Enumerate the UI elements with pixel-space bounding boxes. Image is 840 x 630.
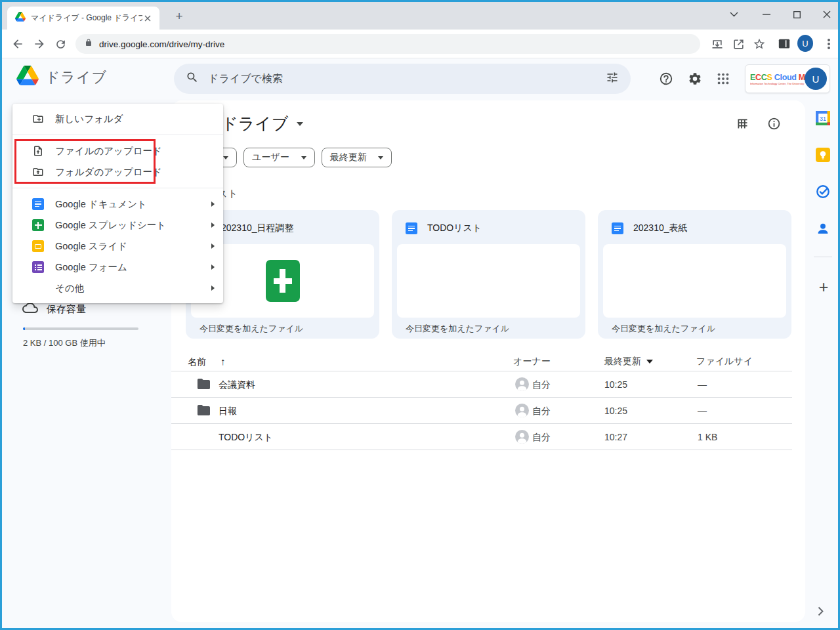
cloud-icon <box>22 301 39 317</box>
browser-toolbar: drive.google.com/drive/my-drive U <box>2 30 838 58</box>
forward-button[interactable] <box>31 35 48 52</box>
calendar-app-icon[interactable]: 31 <box>816 111 830 125</box>
browser-window: マイドライブ - Google ドライブ + <box>0 0 840 630</box>
file-preview <box>603 244 786 318</box>
search-options-tune-icon[interactable] <box>606 71 619 87</box>
window-minimize-button[interactable] <box>755 5 778 24</box>
bookmark-star-icon[interactable] <box>751 36 767 52</box>
sort-descending-icon <box>646 360 653 364</box>
docs-file-icon <box>406 222 417 234</box>
docs-file-icon <box>612 222 623 234</box>
account-badge[interactable]: ECCS Cloud Mail Information Technology C… <box>745 64 830 93</box>
drive-favicon-icon <box>15 12 26 24</box>
contacts-app-icon[interactable] <box>816 221 830 236</box>
svg-text:31: 31 <box>820 116 826 122</box>
storage-progress-bar <box>23 327 138 330</box>
column-header-size: ファイルサイ <box>696 356 753 368</box>
browser-tab[interactable]: マイドライブ - Google ドライブ <box>7 7 159 30</box>
sort-ascending-icon: ↑ <box>220 356 226 367</box>
back-button[interactable] <box>9 35 26 52</box>
new-menu-popup: 新しいフォルダ ファイルのアップロード フォルダのアップロード Google ド… <box>12 104 223 303</box>
search-icon <box>186 71 199 87</box>
rail-divider <box>814 257 832 257</box>
url-bar[interactable]: drive.google.com/drive/my-drive <box>75 34 700 54</box>
eccs-logo-subtext: Information Technology Center, The Unive… <box>750 82 805 85</box>
title-caret-icon <box>297 122 303 126</box>
menu-item-new-folder[interactable]: 新しいフォルダ <box>12 108 223 129</box>
menu-item-more[interactable]: その他 <box>12 278 223 299</box>
add-panel-app-icon[interactable]: + <box>815 278 832 295</box>
forms-product-icon <box>32 261 44 273</box>
suggested-file-card[interactable]: TODOリスト 今日変更を加えたファイル <box>392 210 585 339</box>
drive-logo-icon[interactable] <box>16 66 39 88</box>
chip-caret-icon <box>378 156 383 159</box>
lock-icon <box>85 38 93 50</box>
storage-link[interactable]: 保存容量 <box>22 301 86 317</box>
window-close-button[interactable] <box>816 5 838 24</box>
filter-chip-modified[interactable]: 最終更新 <box>322 148 392 167</box>
chip-caret-icon <box>301 156 306 159</box>
browser-menu-kebab-icon[interactable] <box>821 36 837 52</box>
new-tab-button[interactable]: + <box>171 9 187 24</box>
suggested-file-card[interactable]: 202310_表紙 今日変更を加えたファイル <box>598 210 791 339</box>
submenu-chevron-icon <box>211 264 215 270</box>
tab-title: マイドライブ - Google ドライブ <box>31 12 142 24</box>
tab-close-icon[interactable] <box>142 13 153 24</box>
share-icon[interactable] <box>730 36 746 52</box>
sheets-product-icon <box>32 219 44 231</box>
url-text: drive.google.com/drive/my-drive <box>99 39 224 49</box>
storage-usage-text: 2 KB / 100 GB 使用中 <box>23 337 106 349</box>
menu-item-google-sheets[interactable]: Google スプレッドシート <box>12 215 223 236</box>
side-panel-icon[interactable] <box>776 36 792 52</box>
annotation-highlight-box <box>14 139 156 184</box>
new-folder-icon <box>32 113 44 125</box>
browser-profile-avatar[interactable]: U <box>797 35 813 51</box>
owner-avatar-icon <box>515 430 529 444</box>
tasks-app-icon[interactable] <box>816 184 830 199</box>
submenu-chevron-icon <box>211 243 215 249</box>
tab-strip: マイドライブ - Google ドライブ + <box>2 2 838 30</box>
table-row[interactable]: TODOリスト 自分 10:27 1 KB <box>171 424 792 450</box>
apps-grid-icon[interactable] <box>715 70 732 87</box>
keep-app-icon[interactable] <box>816 148 830 162</box>
settings-gear-icon[interactable] <box>686 70 704 87</box>
details-info-icon[interactable] <box>767 117 781 133</box>
grid-view-toggle-icon[interactable] <box>736 117 749 133</box>
column-header-owner: オーナー <box>513 356 551 368</box>
slides-product-icon <box>32 240 44 252</box>
help-icon[interactable] <box>658 70 675 87</box>
table-row[interactable]: 日報 自分 10:25 — <box>171 398 792 424</box>
table-row[interactable]: 会議資料 自分 10:25 — <box>171 371 792 398</box>
menu-item-google-forms[interactable]: Google フォーム <box>12 257 223 278</box>
tab-search-chevron-icon[interactable] <box>723 5 745 24</box>
install-icon[interactable] <box>709 36 725 52</box>
file-preview <box>397 244 580 318</box>
docs-product-icon <box>32 198 44 210</box>
eccs-logo-text: ECCS Cloud Mail <box>750 73 805 82</box>
menu-item-google-docs[interactable]: Google ドキュメント <box>12 194 223 215</box>
folder-icon <box>196 378 210 392</box>
drive-profile-avatar[interactable]: U <box>805 68 827 90</box>
search-placeholder: ドライブで検索 <box>208 72 606 86</box>
owner-avatar-icon <box>515 377 529 391</box>
submenu-chevron-icon <box>211 285 215 291</box>
submenu-chevron-icon <box>211 201 215 207</box>
menu-item-google-slides[interactable]: Google スライド <box>12 236 223 257</box>
drive-wordmark: ドライブ <box>45 68 107 87</box>
window-maximize-button[interactable] <box>786 5 808 24</box>
column-header-name[interactable]: 名前 ↑ <box>188 356 225 368</box>
menu-divider <box>12 188 223 188</box>
chip-caret-icon <box>223 156 228 159</box>
search-bar[interactable]: ドライブで検索 <box>174 64 631 94</box>
column-header-modified[interactable]: 最終更新 <box>604 356 653 368</box>
folder-icon <box>196 404 210 419</box>
reload-button[interactable] <box>52 35 69 52</box>
storage-progress-fill <box>23 327 25 330</box>
sheets-logo-large-icon <box>266 260 300 302</box>
menu-divider <box>12 135 223 135</box>
expand-side-panel-chevron-icon[interactable] <box>818 606 824 619</box>
filter-chip-people[interactable]: ユーザー <box>243 148 315 167</box>
submenu-chevron-icon <box>211 222 215 228</box>
owner-avatar-icon <box>515 404 529 417</box>
